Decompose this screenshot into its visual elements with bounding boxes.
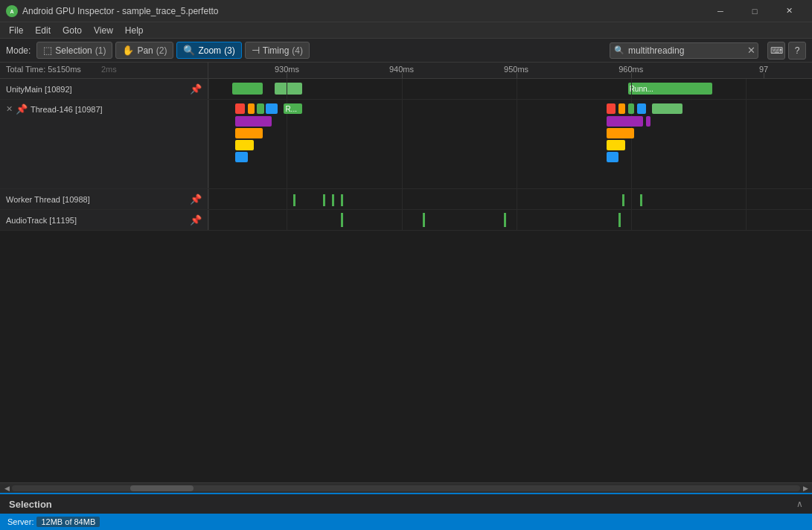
window-controls: ─ □ ✕	[703, 0, 806, 22]
track-content-worker-thread[interactable]	[208, 189, 812, 209]
audio-bar-2	[504, 213, 506, 227]
thread146-segment-1[interactable]	[248, 103, 255, 114]
track-worker-thread: Worker Thread [10988] 📌	[0, 189, 812, 210]
menu-help[interactable]: Help	[119, 24, 150, 37]
worker-bar-0	[293, 194, 295, 206]
unity-segment-0[interactable]	[232, 83, 263, 95]
app-title: Android GPU Inspector - sample_trace_5.p…	[22, 6, 703, 16]
thread146-segment-10[interactable]	[618, 103, 624, 114]
tick-line	[402, 73, 403, 78]
grid-line	[517, 79, 517, 99]
search-container: 🔍 ✕	[610, 42, 758, 59]
mode-pan-button[interactable]: ✋ Pan (2)	[115, 42, 173, 59]
audio-track-label: AudioTrack [11195]	[6, 216, 187, 225]
menu-bar: File Edit Goto View Help	[0, 22, 812, 39]
selection-title: Selection	[9, 499, 796, 510]
thread146-segment-0[interactable]	[235, 103, 244, 114]
total-time-label: Total Time: 5s150ms 2ms	[0, 63, 208, 78]
menu-file[interactable]: File	[3, 24, 29, 37]
grid-line	[402, 100, 403, 188]
thread146-segment-18[interactable]	[646, 116, 650, 127]
grid-line	[746, 189, 747, 209]
timing-icon: ⊣	[252, 45, 260, 56]
thread146-segment-12[interactable]	[637, 103, 646, 114]
pin-unity-main[interactable]: 📌	[190, 83, 202, 95]
grid-line	[631, 79, 632, 99]
grid-line	[208, 79, 209, 99]
grid-line	[287, 210, 287, 230]
tick-line	[764, 73, 764, 78]
unity-segment-1[interactable]	[275, 83, 301, 95]
search-clear-button[interactable]: ✕	[747, 45, 755, 56]
grid-line	[746, 210, 747, 230]
maximize-button[interactable]: □	[738, 0, 772, 22]
keyboard-shortcuts-button[interactable]: ⌨	[767, 42, 785, 60]
thread146-segment-14[interactable]	[607, 116, 643, 127]
mode-timing-button[interactable]: ⊣ Timing (4)	[245, 42, 310, 59]
mode-selection-button[interactable]: ⬚ Selection (1)	[36, 42, 112, 59]
thread146-segment-9[interactable]	[607, 103, 616, 114]
status-bar: Server: 12MB of 84MB	[0, 514, 812, 530]
time-ruler: Total Time: 5s150ms 2ms 930ms940ms950ms9…	[0, 63, 812, 79]
thread146-segment-11[interactable]	[628, 103, 634, 114]
track-content-audio-track[interactable]	[208, 210, 812, 230]
audio-bar-3	[618, 213, 621, 227]
thread146-segment-4[interactable]: R...	[284, 103, 301, 114]
tracks-area: UnityMain [10892] 📌 Runn... ✕ 📌 Thread-1…	[0, 79, 812, 482]
pan-icon: ✋	[122, 45, 134, 56]
menu-goto[interactable]: Goto	[57, 24, 88, 37]
pin-thread-146[interactable]: 📌	[16, 103, 28, 115]
minimize-button[interactable]: ─	[703, 0, 738, 22]
grid-line	[208, 100, 209, 188]
thread146-segment-5[interactable]	[235, 116, 272, 127]
menu-view[interactable]: View	[88, 24, 119, 37]
selection-header[interactable]: Selection ∧	[0, 494, 812, 514]
help-button[interactable]: ?	[788, 42, 806, 60]
close-thread-146[interactable]: ✕	[6, 104, 13, 114]
scroll-thumb[interactable]	[130, 485, 194, 491]
track-label-audio-track: AudioTrack [11195] 📌	[0, 210, 208, 230]
grid-line	[517, 210, 517, 230]
audio-bar-0	[341, 213, 343, 227]
grid-line	[517, 100, 517, 188]
mode-zoom-button[interactable]: 🔍 Zoom (3)	[176, 42, 241, 59]
grid-line	[631, 210, 632, 230]
thread146-segment-16[interactable]	[607, 140, 624, 150]
pin-audio-track[interactable]: 📌	[190, 214, 202, 226]
scroll-left-button[interactable]: ◀	[1, 483, 12, 494]
thread146-segment-3[interactable]	[266, 103, 278, 114]
ruler-ticks: 930ms940ms950ms960ms97	[208, 63, 812, 78]
pin-worker-thread[interactable]: 📌	[190, 194, 202, 205]
mode-bar: Mode: ⬚ Selection (1) ✋ Pan (2) 🔍 Zoom (…	[0, 39, 812, 63]
thread146-segment-8[interactable]	[235, 152, 247, 162]
svg-text:A: A	[10, 9, 13, 14]
track-audio-track: AudioTrack [11195] 📌	[0, 210, 812, 231]
track-thread-146: ✕ 📌 Thread-146 [10987] R...	[0, 100, 812, 189]
timeline-container: Total Time: 5s150ms 2ms 930ms940ms950ms9…	[0, 63, 812, 482]
thread146-segment-2[interactable]	[257, 103, 264, 114]
unity-segment-2[interactable]: Runn...	[628, 83, 713, 95]
search-icon: 🔍	[614, 45, 624, 55]
scroll-track[interactable]	[12, 485, 800, 491]
track-content-unity-main[interactable]: Runn...	[208, 79, 812, 99]
mode-label: Mode:	[6, 45, 31, 56]
scroll-right-button[interactable]: ▶	[800, 483, 811, 494]
thread146-segment-6[interactable]	[235, 128, 262, 138]
thread146-segment-7[interactable]	[235, 140, 253, 150]
thread146-segment-17[interactable]	[607, 152, 618, 162]
tick-line	[517, 73, 517, 78]
search-input[interactable]	[610, 42, 758, 59]
thread146-segment-15[interactable]	[607, 128, 633, 138]
thread146-segment-13[interactable]	[652, 103, 682, 114]
grid-line	[746, 100, 747, 188]
title-bar: A Android GPU Inspector - sample_trace_5…	[0, 0, 812, 22]
tick-line	[287, 73, 287, 78]
menu-edit[interactable]: Edit	[29, 24, 57, 37]
grid-line	[402, 189, 403, 209]
track-label-thread-146: ✕ 📌 Thread-146 [10987]	[0, 100, 208, 188]
zoom-icon: 🔍	[183, 45, 195, 56]
tick-line	[631, 73, 632, 78]
track-label-worker-thread: Worker Thread [10988] 📌	[0, 189, 208, 209]
track-content-thread-146[interactable]: R...	[208, 100, 812, 188]
close-button[interactable]: ✕	[772, 0, 806, 22]
